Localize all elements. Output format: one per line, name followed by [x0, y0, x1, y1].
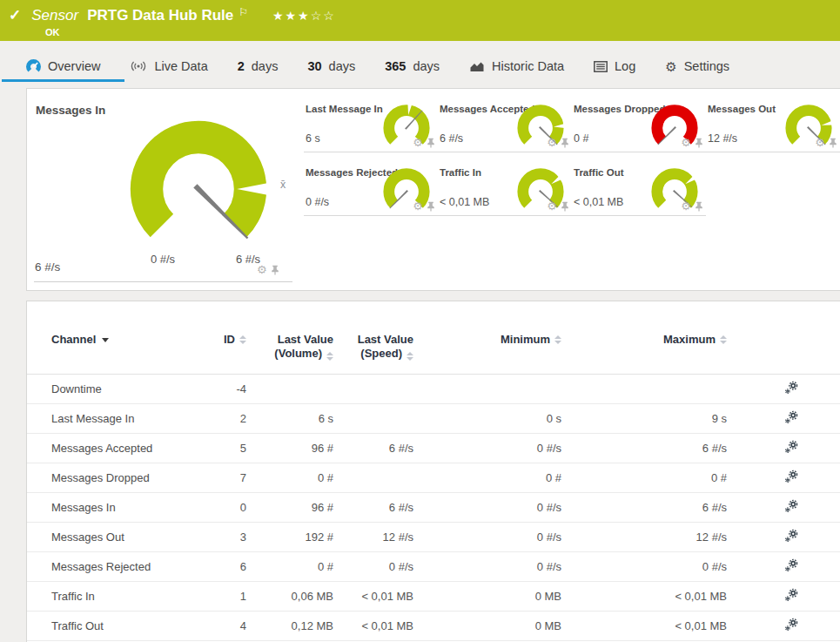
tab-value: 30	[307, 59, 321, 73]
maximum-value: < 0,01 MB	[568, 581, 734, 611]
table-row-last-message-in: Last Message In26 s0 s9 s	[27, 403, 840, 433]
primary-gauge-card: Messages In 0 #/s 6 #/s x̄ 6 #/s ⚙	[27, 89, 299, 290]
table-row-downtime: Downtime-4	[27, 374, 840, 403]
column-header-last-valuespeed[interactable]: Last Value(Speed)	[340, 326, 420, 374]
edit-channel-button[interactable]	[784, 588, 798, 602]
pin-icon[interactable]	[427, 138, 435, 148]
edit-channel-button[interactable]	[784, 499, 798, 513]
tab-historic-data[interactable]: Historic Data	[467, 52, 566, 80]
gauge-settings-icon[interactable]: ⚙	[413, 200, 423, 212]
mini-gauge-value: 6 s	[306, 132, 320, 145]
tab-log[interactable]: Log	[592, 52, 637, 80]
channel-name: Messages Rejected	[27, 551, 212, 581]
priority-stars[interactable]: ★★★☆☆	[272, 9, 336, 23]
gauge-settings-icon[interactable]: ⚙	[257, 264, 267, 275]
mean-marker-label: x̄	[280, 179, 286, 191]
gauge-settings-icon[interactable]: ⚙	[815, 137, 825, 148]
sort-icon	[239, 335, 246, 348]
channel-id: 7	[212, 463, 253, 492]
tab-value: 365	[385, 59, 406, 73]
tab-2-days[interactable]: 2days	[236, 52, 280, 80]
channel-name: Messages In	[27, 492, 212, 522]
edit-channel-button[interactable]	[784, 440, 798, 454]
tab-value: 2	[238, 59, 245, 73]
mini-gauge-value: 6 #/s	[440, 132, 463, 145]
edit-channel-gears-icon	[784, 588, 798, 602]
tab-label: Overview	[48, 59, 100, 73]
edit-channel-button[interactable]	[784, 470, 798, 483]
flag-icon[interactable]: ⚐	[239, 6, 248, 18]
column-label-2: (Speed)	[360, 347, 402, 361]
pin-icon[interactable]	[561, 138, 569, 148]
column-header-id[interactable]: ID	[212, 326, 253, 374]
tab-live-data[interactable]: Live Data	[128, 52, 209, 80]
gauge-settings-icon[interactable]: ⚙	[681, 137, 691, 148]
channel-actions-cell	[734, 403, 840, 433]
mini-gauge-card-traffic-out: Traffic Out< 0,01 MB⚙	[572, 152, 706, 216]
mini-gauge-grid: Last Message In6 s⚙Messages Accepted6 #/…	[304, 89, 840, 216]
tab-label: days	[329, 59, 356, 73]
pin-icon[interactable]	[695, 201, 703, 212]
mini-gauge-value: < 0,01 MB	[440, 196, 489, 208]
table-header-row: ChannelIDLast Value(Volume)Last Value(Sp…	[27, 326, 840, 374]
log-icon	[594, 61, 608, 72]
tab-overview[interactable]: Overview	[24, 52, 102, 80]
tab-30-days[interactable]: 30days	[306, 52, 357, 80]
pin-icon[interactable]	[271, 265, 279, 275]
table-row-messages-accepted: Messages Accepted596 #6 #/s0 #/s6 #/s	[27, 433, 840, 463]
maximum-value: 6 #/s	[568, 492, 734, 522]
mini-gauge-card-last-message-in: Last Message In6 s⚙	[304, 89, 438, 152]
minimum-value: 0 #/s	[420, 492, 568, 522]
pin-icon[interactable]	[561, 201, 569, 212]
gear-icon: ⚙	[665, 60, 676, 73]
minimum-value: 0 MB	[420, 581, 568, 611]
channel-name: Messages Accepted	[27, 433, 212, 463]
channel-actions-cell	[734, 551, 840, 581]
gauge-actions: ⚙	[257, 264, 279, 275]
sort-icon	[407, 352, 413, 361]
edit-channel-button[interactable]	[784, 558, 798, 572]
edit-channel-button[interactable]	[784, 410, 798, 424]
channel-actions-cell	[734, 463, 840, 492]
column-header-last-valuevolume[interactable]: Last Value(Volume)	[253, 326, 340, 374]
status-check-icon: ✓	[9, 6, 21, 24]
channel-id: 2	[212, 403, 253, 433]
pin-icon[interactable]	[427, 201, 435, 212]
channel-name: Last Message In	[27, 403, 212, 433]
gauge-icon	[26, 59, 41, 74]
minimum-value: 0 MB	[420, 611, 568, 640]
edit-channel-gears-icon	[784, 410, 798, 424]
gauge-actions: ⚙	[547, 137, 569, 148]
area-chart-icon	[469, 60, 485, 72]
pin-icon[interactable]	[695, 138, 703, 148]
maximum-value: 6 #/s	[568, 433, 734, 463]
edit-channel-button[interactable]	[784, 618, 798, 632]
mini-gauge-value: 12 #/s	[708, 132, 737, 145]
tab-365-days[interactable]: 365days	[383, 52, 441, 80]
minimum-value: 0 #/s	[420, 551, 568, 581]
channel-id: 4	[212, 611, 253, 640]
edit-channel-button[interactable]	[784, 529, 798, 543]
maximum-value: 0 #	[568, 463, 734, 492]
column-header-maximum[interactable]: Maximum	[568, 326, 734, 374]
edit-channel-gears-icon	[784, 529, 798, 543]
pin-icon[interactable]	[829, 138, 837, 148]
edit-channel-button[interactable]	[784, 381, 798, 395]
gauge-settings-icon[interactable]: ⚙	[547, 200, 557, 212]
primary-gauge	[124, 115, 272, 248]
gauge-settings-icon[interactable]: ⚙	[413, 137, 423, 148]
tab-settings[interactable]: ⚙Settings	[663, 52, 731, 80]
gauge-scale-min: 0 #/s	[138, 253, 187, 266]
sensor-type-label: Sensor	[31, 7, 78, 24]
column-header-channel[interactable]: Channel	[27, 326, 212, 374]
edit-channel-gears-icon	[784, 558, 798, 572]
gauge-settings-icon[interactable]: ⚙	[547, 137, 557, 148]
column-header-minimum[interactable]: Minimum	[420, 326, 568, 374]
last-value-volume: 96 #	[253, 492, 340, 522]
mini-gauge-card-messages-accepted: Messages Accepted6 #/s⚙	[438, 89, 572, 152]
channel-actions-cell	[734, 433, 840, 463]
edit-channel-gears-icon	[784, 470, 798, 483]
maximum-value: 12 #/s	[568, 522, 734, 551]
gauge-settings-icon[interactable]: ⚙	[681, 200, 691, 212]
gauge-actions: ⚙	[681, 137, 703, 148]
